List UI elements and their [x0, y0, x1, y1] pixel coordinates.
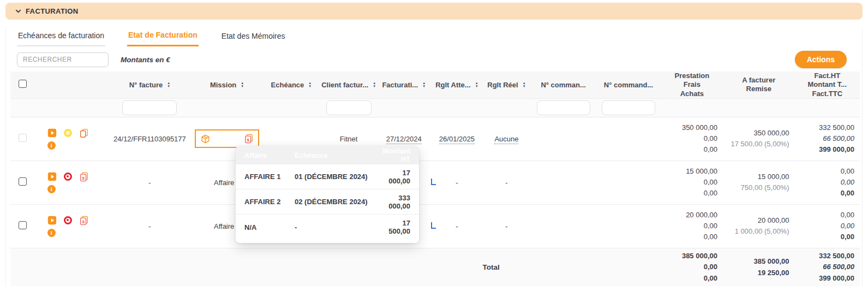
play-icon[interactable] [47, 128, 57, 138]
a-facturer-cell: 20 000,001 000,00 (5,00%) [723, 204, 795, 248]
sort-icon[interactable]: ▲▼ [373, 82, 376, 88]
actions-button[interactable]: Actions [795, 51, 847, 68]
invoice-icon: $ [244, 134, 254, 144]
rglt-attendu-cell: - [432, 161, 482, 204]
popup-col-montant: Montant HT [381, 147, 410, 163]
rglt-reel-cell: - [482, 161, 531, 204]
info-icon[interactable]: i [47, 141, 56, 150]
table-header-row: N° facture▲▼ Mission▲▼ Echéance▲▼ Client… [10, 72, 860, 98]
filter-row [10, 98, 860, 117]
tab-etat-de-facturation[interactable]: Etat de Facturation [127, 27, 199, 46]
total-label: Total [482, 263, 499, 271]
invoice-icon[interactable]: $ [79, 216, 89, 225]
filter-no-commande-2-input[interactable] [602, 100, 655, 115]
actions-column-header [35, 72, 107, 98]
svg-text:$: $ [247, 138, 249, 142]
rglt-attendu-cell: - [432, 204, 482, 248]
sort-icon[interactable]: ▲▼ [475, 82, 478, 88]
prestation-cell: 15 000,000,000,00 [661, 161, 723, 204]
col-mission: Mission [210, 81, 236, 89]
filter-client-input[interactable] [326, 100, 372, 115]
search-input[interactable] [17, 52, 109, 67]
svg-text:$: $ [82, 219, 85, 224]
col-facturation: Facturati... [382, 81, 418, 89]
sort-icon[interactable]: ▲▼ [523, 82, 526, 88]
total-prestation-cell: 385 000,000,000,00 [661, 248, 723, 286]
play-icon[interactable] [47, 216, 57, 225]
rglt-attendu-link[interactable]: 26/01/2025 [439, 135, 475, 144]
col-rglt-reel: Rglt Réel [487, 81, 518, 89]
rglt-reel-link[interactable]: Aucune [494, 135, 518, 144]
sort-icon[interactable]: ▲▼ [167, 82, 170, 88]
popup-row: AFFAIRE 2 02 (DÉCEMBRE 2024) 333 000,00 [236, 189, 419, 215]
section-title: FACTURATION [26, 7, 79, 15]
facturation-date-link-partial[interactable] [431, 179, 436, 185]
col-rglt-attendu: Rglt Atte... [435, 81, 471, 89]
col-a-facturer-remise: A facturerRemise [723, 72, 795, 98]
tab-echeances-de-facturation[interactable]: Echéances de facturation [17, 27, 105, 46]
rglt-reel-cell: - [482, 204, 531, 248]
no-facture-cell: - [107, 161, 193, 204]
prestation-cell: 20 000,000,000,00 [661, 204, 723, 248]
a-facturer-cell: 350 000,0017 500,00 (5,00%) [723, 117, 795, 161]
row-checkbox[interactable] [19, 221, 27, 229]
table-row: $ i - Affaire 1 - - [10, 161, 860, 204]
total-row: Total 385 000,000,000,00 385 000,0019 25… [10, 248, 860, 286]
facturation-section-toggle[interactable]: FACTURATION [5, 3, 863, 20]
col-no-commande-2: N° command... [604, 81, 653, 89]
tab-bar: Echéances de facturation Etat de Factura… [17, 27, 860, 46]
toolbar: Montants en € Actions [17, 51, 860, 68]
col-fact-ht-ttc: Fact.HTMontant T...Fact.TTC [795, 72, 860, 98]
fact-cell: 0,000,000,00 [795, 204, 860, 248]
a-facturer-cell: 15 000,00750,00 (5,00%) [723, 161, 795, 204]
filter-no-commande-1-input[interactable] [537, 100, 590, 115]
popup-header-row: Affaire Echéance Montant HT [236, 146, 419, 164]
col-client-facture: Client factur... [321, 81, 368, 89]
total-fact-cell: 332 500,0066 500,00399 000,00 [795, 248, 860, 286]
sort-icon[interactable]: ▲▼ [241, 82, 244, 88]
play-icon[interactable] [47, 172, 57, 181]
rglt-attendu-cell: 26/01/2025 [432, 117, 482, 161]
fact-cell: 0,000,000,00 [795, 161, 860, 204]
echeances-popup: Affaire Echéance Montant HT AFFAIRE 1 01… [236, 146, 419, 243]
col-no-commande-1: N° comman... [541, 81, 586, 89]
popup-row: N/A - 17 500,00 [236, 215, 419, 240]
table-row: i 24/12/FFR1103095177 $ [10, 117, 860, 161]
col-no-facture: N° facture [129, 81, 163, 89]
amounts-note: Montants en € [121, 56, 170, 64]
no-facture-cell: - [107, 204, 193, 248]
prestation-cell: 350 000,000,000,00 [661, 117, 723, 161]
col-echeance: Echéance [271, 81, 304, 89]
select-all-checkbox[interactable] [19, 80, 27, 88]
table-row: $ i - Affaire 2 - - [10, 204, 860, 248]
sort-icon[interactable]: ▲▼ [308, 82, 312, 88]
info-icon[interactable]: i [47, 229, 56, 237]
invoice-icon[interactable]: $ [79, 172, 89, 182]
no-facture-cell: 24/12/FFR1103095177 [107, 117, 193, 161]
facturation-page: FACTURATION Echéances de facturation Eta… [0, 3, 868, 291]
rglt-reel-cell: Aucune [482, 117, 531, 161]
facturation-date-link-partial[interactable] [431, 222, 436, 229]
col-prestation-frais-achats: PrestationFraisAchats [661, 72, 723, 98]
chevron-down-icon [15, 8, 21, 14]
popup-col-affaire: Affaire [244, 151, 295, 159]
total-a-facturer-cell: 385 000,0019 250,00 [723, 248, 795, 286]
facturation-table: N° facture▲▼ Mission▲▼ Echéance▲▼ Client… [10, 72, 860, 286]
tab-etat-des-memoires[interactable]: Etat des Mémoires [220, 27, 286, 46]
popup-col-echeance: Echéance [295, 151, 381, 159]
popup-row: AFFAIRE 1 01 (DÉCEMBRE 2024) 17 000,00 [236, 164, 419, 189]
fact-cell: 332 500,0066 500,00399 000,00 [795, 117, 860, 161]
row-checkbox[interactable] [19, 177, 27, 186]
package-icon [200, 134, 211, 144]
row-checkbox[interactable] [19, 134, 27, 142]
filter-no-facture-input[interactable] [122, 100, 177, 115]
sort-icon[interactable]: ▲▼ [422, 82, 426, 88]
status-yellow-icon[interactable] [64, 129, 72, 137]
copy-icon[interactable] [79, 128, 89, 138]
info-icon[interactable]: i [47, 185, 56, 193]
status-red-icon[interactable] [64, 173, 72, 181]
facturation-panel: Echéances de facturation Etat de Factura… [5, 27, 863, 286]
facturation-date-link[interactable]: 27/12/2024 [386, 135, 422, 144]
svg-text:$: $ [82, 175, 85, 180]
status-red-icon[interactable] [64, 216, 72, 224]
